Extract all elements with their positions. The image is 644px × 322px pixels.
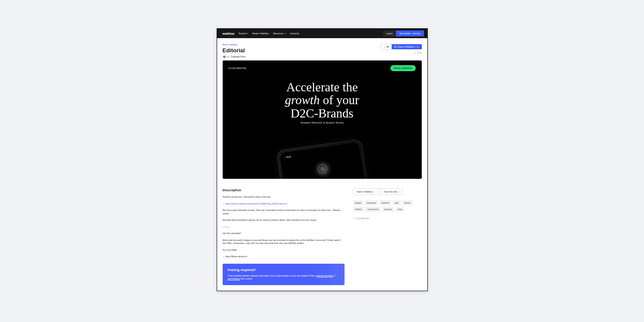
phone-screen: ← Back (279, 142, 365, 179)
like-button[interactable]: 45 (381, 44, 392, 50)
nav-made-in-webflow[interactable]: Made in Webflow (252, 32, 269, 35)
tags-list: design javascript editorial web classic … (353, 200, 422, 212)
inspired-text: If this beautiful website sparked some i… (228, 274, 339, 281)
page-title: Editorial (223, 47, 245, 54)
desc-p7: → https://library.relume.io/ (223, 255, 345, 259)
external-link-icon (373, 191, 375, 193)
desc-p4: Like this cloneable? (223, 232, 345, 235)
nav-university[interactable]: University (290, 32, 299, 35)
hero-line-3: D2C-Brands (229, 107, 416, 120)
info-icon: ⓘ (353, 217, 355, 220)
hero-italic-word: growth (285, 93, 320, 107)
by-label: by (227, 55, 230, 58)
nav-label: Made in Webflow (252, 32, 269, 35)
heart-icon (384, 46, 386, 48)
desc-p6: Try it for FREE (223, 249, 345, 252)
preview-header: ACCELERATED BOOK A SESSION (229, 65, 416, 71)
body-row: Description Tutorial coming soon. Subscr… (223, 188, 422, 285)
hero-line-1: Accelerate the (229, 81, 416, 93)
description-column: Description Tutorial coming soon. Subscr… (223, 188, 345, 285)
copyright-label: Copyright info (356, 217, 369, 220)
topbar-right: Log in Get started — it's free (383, 30, 423, 36)
template-link[interactable]: website template (317, 274, 333, 277)
action-buttons: 45 Clone in Webflow 1.3k (381, 44, 422, 50)
clone-count: 1.3k (415, 45, 419, 48)
desc-divider: ---------- (223, 226, 345, 229)
topbar: webflow Product Made in Webflow Resource… (217, 29, 427, 38)
phone-mockup: ← Back (276, 139, 368, 179)
sidebar-column: Open in Webflow Open live site design (353, 188, 422, 285)
inspired-text-b: or (333, 274, 335, 277)
open-in-webflow-button[interactable]: Open in Webflow (353, 188, 379, 195)
copyright-info[interactable]: ⓘ Copyright info (353, 217, 422, 220)
external-link-icon (398, 191, 399, 193)
open-live-site-button[interactable]: Open live site (380, 188, 402, 195)
hero-line-2b: of your (320, 93, 359, 107)
hero-line-2: growth of your (229, 93, 416, 106)
tag-web[interactable]: web (393, 200, 401, 205)
desc-link-row: → https://www.youtube.com/channel/UC36lj… (223, 202, 345, 206)
inspired-title: Feeling inspired? (228, 268, 339, 272)
phone-back-label: ← Back (283, 155, 291, 159)
views-row: 8.7k (381, 51, 422, 54)
desc-p1: Tutorial coming soon. Subscribe to stay … (223, 196, 345, 199)
preview-badge: ACCELERATED (229, 67, 247, 69)
desc-p3: We think these animated mockups can be u… (223, 219, 345, 222)
start-building-link[interactable]: start building (228, 277, 240, 280)
nav-label: Product (239, 32, 246, 35)
views-count: 8.7k (417, 51, 421, 54)
book-session-button[interactable]: BOOK A SESSION (390, 65, 415, 71)
inspired-text-c: from scratch. (240, 277, 253, 280)
get-started-button[interactable]: Get started — it's free (396, 30, 423, 36)
page-content: Made in Webflow Editorial by Collection … (217, 38, 427, 291)
app-window: webflow Product Made in Webflow Resource… (217, 28, 428, 291)
open-webflow-label: Open in Webflow (357, 190, 373, 193)
nav-resources[interactable]: Resources (273, 32, 286, 35)
clone-icon (394, 46, 396, 48)
header-left: Made in Webflow Editorial by Collection … (223, 44, 245, 58)
author-link[interactable]: Collection Flow (231, 55, 245, 58)
youtube-link[interactable]: https://www.youtube.com/channel/UC36ljmN… (225, 202, 287, 205)
clone-button[interactable]: Clone in Webflow 1.3k (392, 44, 421, 49)
description-heading: Description (223, 188, 345, 192)
tag-ecommerce[interactable]: ecommerce (366, 207, 381, 212)
clone-label: Clone in Webflow (397, 45, 414, 48)
open-live-label: Open live site (384, 190, 396, 193)
nav-label: University (290, 32, 299, 35)
breadcrumb[interactable]: Made in Webflow (223, 44, 245, 46)
svg-point-3 (415, 53, 416, 53)
tag-fashion[interactable]: fashion (353, 207, 364, 212)
nav-label: Resources (273, 32, 284, 35)
chevron-down-icon (247, 32, 248, 34)
author-row: by Collection Flow (223, 55, 245, 58)
water-splash-graphic (308, 155, 337, 179)
topbar-left: webflow Product Made in Webflow Resource… (223, 32, 299, 35)
site-preview[interactable]: ACCELERATED BOOK A SESSION Accelerate th… (223, 60, 422, 179)
desc-p2: We love a good animated mockup. Here are… (223, 209, 345, 215)
webflow-logo[interactable]: webflow (223, 32, 235, 35)
inspired-text-a: If this beautiful website sparked some i… (228, 274, 317, 277)
tag-javascript[interactable]: javascript (365, 200, 378, 205)
eye-icon (414, 52, 417, 54)
header-right: 45 Clone in Webflow 1.3k 8.7k (381, 44, 422, 54)
tag-classic[interactable]: classic (402, 200, 413, 205)
like-count: 45 (387, 45, 389, 48)
hero-subhead: Strategic Research & Iterative Testing (229, 121, 416, 124)
chevron-down-icon (284, 32, 286, 34)
tag-editorial[interactable]: editorial (379, 200, 391, 205)
nav-product[interactable]: Product (239, 32, 248, 35)
tag-shop[interactable]: shop (396, 207, 405, 212)
tag-portfolio[interactable]: portfolio (382, 207, 394, 212)
open-buttons: Open in Webflow Open live site (353, 188, 422, 195)
desc-p5: We've built the world's largest componen… (223, 239, 345, 245)
inspired-banner: Feeling inspired? If this beautiful webs… (223, 264, 345, 285)
tag-design[interactable]: design (353, 200, 364, 205)
header-row: Made in Webflow Editorial by Collection … (223, 44, 422, 58)
avatar[interactable] (223, 55, 226, 58)
hero-text: Accelerate the growth of your D2C-Brands… (229, 81, 416, 124)
login-button[interactable]: Log in (383, 30, 396, 36)
